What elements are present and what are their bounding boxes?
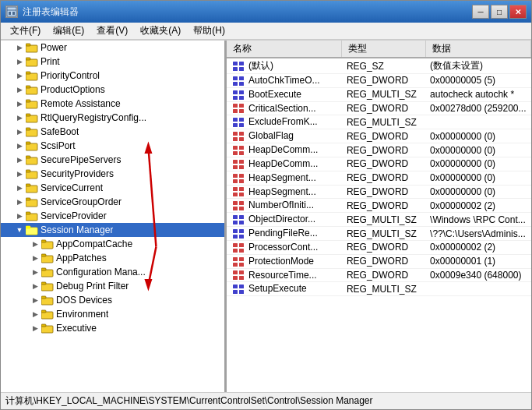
expand-arrow-icon[interactable]: ▶ xyxy=(13,210,26,222)
svg-rect-66 xyxy=(233,132,238,136)
close-button[interactable]: ✕ xyxy=(509,5,527,19)
expand-arrow-icon[interactable]: ▶ xyxy=(13,69,26,82)
expand-arrow-icon[interactable]: ▶ xyxy=(29,308,41,320)
menu-item[interactable]: 编辑(E) xyxy=(47,23,90,39)
reg-name-text: ProtectionMode xyxy=(248,256,314,267)
expand-arrow-icon[interactable]: ▶ xyxy=(29,252,41,264)
expand-arrow-icon[interactable]: ▶ xyxy=(29,322,41,334)
expand-arrow-icon[interactable]: ▶ xyxy=(13,140,26,152)
minimize-button[interactable]: ─ xyxy=(472,5,489,19)
tree-item[interactable]: ▶ ServiceCurrent xyxy=(1,181,224,195)
title-bar: 注册表编辑器 ─ □ ✕ xyxy=(1,1,531,23)
tree-item[interactable]: ▶ ServiceProvider xyxy=(1,209,224,223)
tree-item[interactable]: ▶ Power xyxy=(1,41,224,55)
reg-name-text: GlobalFlag xyxy=(248,130,294,141)
expand-arrow-icon[interactable]: ▶ xyxy=(13,97,26,110)
tree-item-label: ScsiPort xyxy=(41,140,76,151)
table-row[interactable]: ObjectDirector...REG_MULTI_SZ\Windows \R… xyxy=(227,213,531,227)
expand-arrow-icon[interactable]: ▶ xyxy=(29,280,41,292)
tree-item[interactable]: ▶ Print xyxy=(1,55,224,69)
menu-item[interactable]: 查看(V) xyxy=(90,23,134,39)
svg-rect-110 xyxy=(233,285,238,288)
svg-rect-93 xyxy=(239,221,244,224)
tree-item[interactable]: ▶ Debug Print Filter xyxy=(1,279,224,293)
tree-item[interactable]: ▶ Environment xyxy=(1,307,224,321)
reg-type-cell: REG_DWORD xyxy=(342,157,425,171)
tree-item[interactable]: ▶ DOS Devices xyxy=(1,293,224,307)
expand-arrow-icon[interactable]: ▶ xyxy=(13,154,26,166)
title-bar-left: 注册表编辑器 xyxy=(5,5,79,19)
expand-arrow-icon[interactable]: ▶ xyxy=(13,41,26,54)
table-row[interactable]: CriticalSection...REG_DWORD0x00278d00 (2… xyxy=(227,101,531,115)
table-row[interactable]: PendingFileRe...REG_MULTI_SZ\??\C:\Users… xyxy=(227,227,531,241)
tree-item[interactable]: ▶ SafeBoot xyxy=(1,125,224,139)
expand-arrow-icon[interactable]: ▶ xyxy=(13,182,26,194)
reg-type-cell: REG_MULTI_SZ xyxy=(342,227,425,241)
tree-pane[interactable]: ▶ Power▶ Print▶ PriorityControl▶ Product… xyxy=(1,41,227,392)
tree-item[interactable]: ▶ SecurityProviders xyxy=(1,167,224,181)
expand-arrow-icon[interactable]: ▼ xyxy=(13,224,26,236)
table-row[interactable]: HeapDeComm...REG_DWORD0x00000000 (0) xyxy=(227,157,531,171)
table-row[interactable]: HeapSegment...REG_DWORD0x00000000 (0) xyxy=(227,171,531,185)
table-row[interactable]: NumberOfIniti...REG_DWORD0x00000002 (2) xyxy=(227,199,531,213)
table-row[interactable]: ExcludeFromK...REG_MULTI_SZ xyxy=(227,115,531,129)
svg-rect-46 xyxy=(233,62,238,65)
svg-rect-7 xyxy=(26,58,30,60)
svg-rect-25 xyxy=(26,184,30,186)
table-row[interactable]: GlobalFlagREG_DWORD0x00000000 (0) xyxy=(227,129,531,143)
table-row[interactable]: SetupExecuteREG_MULTI_SZ xyxy=(227,282,531,296)
menu-item[interactable]: 收藏夹(A) xyxy=(134,23,187,39)
expand-arrow-icon[interactable]: ▶ xyxy=(13,168,26,180)
table-row[interactable]: HeapDeComm...REG_DWORD0x00000000 (0) xyxy=(227,143,531,157)
expand-arrow-icon[interactable]: ▶ xyxy=(13,111,26,124)
folder-icon xyxy=(41,281,54,292)
table-row[interactable]: BootExecuteREG_MULTI_SZautocheck autochk… xyxy=(227,87,531,101)
table-row[interactable]: AutoChkTimeO...REG_DWORD0x00000005 (5) xyxy=(227,74,531,88)
expand-arrow-icon[interactable]: ▶ xyxy=(13,55,26,68)
svg-rect-59 xyxy=(239,104,244,108)
expand-arrow-icon[interactable]: ▶ xyxy=(13,83,26,96)
reg-type-icon xyxy=(231,228,245,239)
tree-item[interactable]: ▶ Configuration Mana... xyxy=(1,265,224,279)
table-row[interactable]: ProcessorCont...REG_DWORD0x00000002 (2) xyxy=(227,240,531,254)
tree-item[interactable]: ▶ AppCompatCache xyxy=(1,237,224,251)
table-row[interactable]: HeapSegment...REG_DWORD0x00000000 (0) xyxy=(227,185,531,199)
svg-rect-70 xyxy=(233,146,238,150)
table-row[interactable]: ResourceTime...REG_DWORD0x0009e340 (6480… xyxy=(227,268,531,282)
main-content: ▶ Power▶ Print▶ PriorityControl▶ Product… xyxy=(1,40,531,392)
svg-rect-29 xyxy=(26,212,30,214)
tree-item-label: SafeBoot xyxy=(41,126,79,137)
tree-item[interactable]: ▶ Executive xyxy=(1,321,224,335)
expand-arrow-icon[interactable]: ▶ xyxy=(13,196,26,208)
app-icon xyxy=(5,5,18,18)
expand-arrow-icon[interactable]: ▶ xyxy=(29,238,41,250)
tree-item[interactable]: ▶ ScsiPort xyxy=(1,139,224,153)
reg-type-cell: REG_DWORD xyxy=(342,74,425,88)
reg-type-cell: REG_MULTI_SZ xyxy=(342,87,425,101)
svg-rect-74 xyxy=(233,160,238,164)
tree-item[interactable]: ▶ RtlQueryRegistryConfig... xyxy=(1,111,224,125)
table-row[interactable]: (默认)REG_SZ(数值未设置) xyxy=(227,58,531,74)
folder-icon xyxy=(26,126,38,137)
expand-arrow-icon[interactable]: ▶ xyxy=(13,125,26,138)
maximize-button[interactable]: □ xyxy=(491,5,508,19)
tree-item[interactable]: ▶ ProductOptions xyxy=(1,83,224,97)
reg-name-cell: HeapSegment... xyxy=(227,185,342,199)
tree-item[interactable]: ▶ Remote Assistance xyxy=(1,97,224,111)
folder-icon xyxy=(41,309,54,320)
menu-item[interactable]: 帮助(H) xyxy=(187,23,231,39)
tree-item[interactable]: ▼ Session Manager xyxy=(1,223,224,237)
table-row[interactable]: ProtectionModeREG_DWORD0x00000001 (1) xyxy=(227,254,531,268)
reg-name-cell: BootExecute xyxy=(227,87,342,101)
right-pane[interactable]: 名称 类型 数据 (默认)REG_SZ(数值未设置) AutoChkTimeO.… xyxy=(227,41,531,392)
expand-arrow-icon[interactable]: ▶ xyxy=(29,266,41,278)
expand-arrow-icon[interactable]: ▶ xyxy=(29,294,41,306)
tree-item[interactable]: ▶ AppPatches xyxy=(1,251,224,265)
svg-rect-45 xyxy=(41,324,46,327)
tree-item[interactable]: ▶ SecurePipeServers xyxy=(1,153,224,167)
tree-item[interactable]: ▶ ServiceGroupOrder xyxy=(1,195,224,209)
tree-item-label: ProductOptions xyxy=(41,84,105,95)
tree-item-label: SecurePipeServers xyxy=(41,154,121,165)
menu-item[interactable]: 文件(F) xyxy=(4,23,47,39)
tree-item[interactable]: ▶ PriorityControl xyxy=(1,69,224,83)
